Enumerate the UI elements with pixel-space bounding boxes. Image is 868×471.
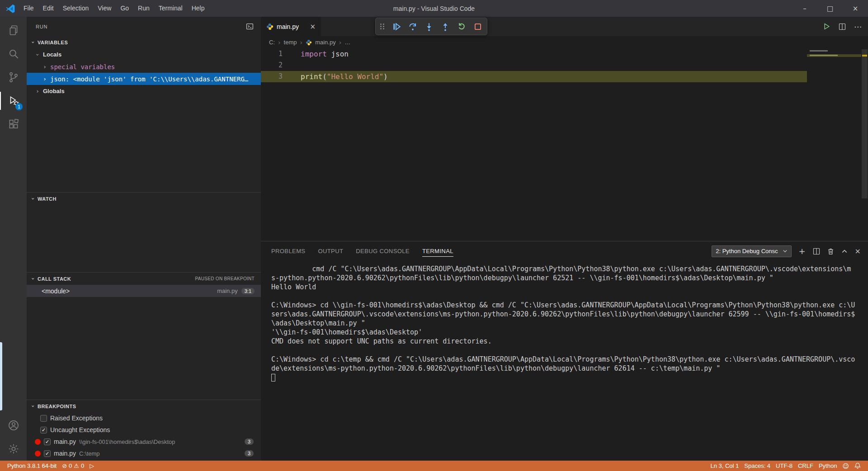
split-editor-icon[interactable] — [839, 23, 846, 30]
stack-frame-row[interactable]: <module> main.py 3:1 — [27, 285, 261, 297]
step-over-icon[interactable] — [408, 22, 417, 31]
breadcrumb-symbol[interactable]: … — [344, 39, 350, 46]
menu-help[interactable]: Help — [187, 0, 209, 17]
debug-badge: 1 — [15, 103, 23, 110]
debug-toolbar — [375, 18, 487, 35]
split-terminal-icon[interactable] — [813, 248, 820, 255]
tab-terminal[interactable]: TERMINAL — [422, 246, 453, 257]
tab-output[interactable]: OUTPUT — [318, 246, 343, 257]
run-sidebar: RUN › VARIABLES › Locals — [27, 17, 261, 461]
search-icon[interactable] — [0, 42, 27, 66]
run-debug-icon[interactable]: 1 — [0, 89, 27, 113]
run-file-icon[interactable] — [823, 23, 830, 30]
close-tab-icon[interactable]: × — [310, 23, 316, 31]
breadcrumb-drive[interactable]: C: — [269, 39, 275, 46]
variables-section: › VARIABLES › Locals › special variables… — [27, 36, 261, 192]
explorer-icon[interactable] — [0, 19, 27, 42]
checkbox-checked[interactable]: ✓ — [40, 427, 47, 433]
terminal-selector-dropdown[interactable]: 2: Python Debug Consc — [712, 245, 791, 257]
checkbox-checked[interactable]: ✓ — [44, 438, 51, 445]
terminal-line: de\extensions\ms-python.python-2020.6.90… — [271, 364, 863, 373]
breakpoint-uncaught-exceptions[interactable]: ✓ Uncaught Exceptions — [27, 424, 261, 436]
code-line-1: 1 import json — [261, 48, 807, 60]
scope-globals[interactable]: › Globals — [27, 85, 261, 97]
tab-debug-console[interactable]: DEBUG CONSOLE — [356, 246, 410, 257]
step-into-icon[interactable] — [425, 22, 434, 31]
breakpoints-header[interactable]: › BREAKPOINTS — [27, 400, 261, 412]
terminal-line: C:\Windows> cd \\gin-fs-001\homedirs$\ad… — [271, 301, 863, 310]
notifications-bell-icon[interactable] — [852, 462, 863, 469]
main-area: 1 — [0, 17, 868, 461]
accounts-icon[interactable] — [0, 414, 27, 437]
maximize-panel-icon[interactable] — [841, 248, 848, 254]
breadcrumb-folder[interactable]: temp — [284, 39, 297, 46]
editor-scrollbar[interactable] — [861, 48, 868, 241]
settings-gear-icon[interactable] — [0, 437, 27, 461]
variable-special[interactable]: › special variables — [27, 61, 261, 73]
breakpoint-path: \\gin-fs-001\homedirs$\adas\Desktop — [79, 438, 175, 445]
menu-view[interactable]: View — [93, 0, 116, 17]
menu-selection[interactable]: Selection — [58, 0, 94, 17]
code-editor[interactable]: 1 import json 2 3 print("Hello World") — [261, 48, 868, 241]
menu-edit[interactable]: Edit — [38, 0, 58, 17]
extensions-icon[interactable] — [0, 113, 27, 136]
terminal-cursor-line — [271, 373, 863, 384]
source-control-icon[interactable] — [0, 66, 27, 89]
call-stack-header[interactable]: › CALL STACK PAUSED ON BREAKPOINT — [27, 273, 261, 285]
python-interpreter-status[interactable]: Python 3.8.1 64-bit — [5, 462, 59, 469]
breadcrumb: C: › temp › main.py › … — [261, 36, 868, 48]
variables-header[interactable]: › VARIABLES — [27, 36, 261, 48]
drag-handle-icon[interactable] — [380, 24, 385, 29]
breakpoint-temp-main[interactable]: ✓ main.py C:\temp 3 — [27, 447, 261, 459]
encoding-status[interactable]: UTF-8 — [773, 462, 795, 469]
menu-go[interactable]: Go — [116, 0, 133, 17]
cursor-position-status[interactable]: Ln 3, Col 1 — [708, 462, 741, 469]
python-icon — [306, 39, 312, 46]
menu-file[interactable]: File — [19, 0, 38, 17]
stop-icon[interactable] — [473, 22, 482, 31]
indentation-status[interactable]: Spaces: 4 — [741, 462, 773, 469]
restart-icon[interactable] — [457, 22, 466, 31]
terminal-line — [271, 346, 863, 355]
step-out-icon[interactable] — [441, 22, 450, 31]
terminal-line: cmd /C "C:\Users\adas.GANTNERGROUP\AppDa… — [271, 264, 863, 273]
checkbox-checked[interactable]: ✓ — [44, 450, 51, 457]
menu-bar: File Edit Selection View Go Run Terminal… — [19, 0, 209, 17]
chevron-down-icon — [783, 249, 788, 254]
menu-run[interactable]: Run — [133, 0, 154, 17]
breakpoint-raised-exceptions[interactable]: Raised Exceptions — [27, 412, 261, 424]
feedback-smiley-icon[interactable]: ☺ — [840, 462, 852, 470]
menu-terminal[interactable]: Terminal — [154, 0, 187, 17]
line-number[interactable]: 1 — [261, 48, 292, 60]
breakpoint-desktop-main[interactable]: ✓ main.py \\gin-fs-001\homedirs$\adas\De… — [27, 436, 261, 447]
close-panel-icon[interactable]: × — [855, 247, 861, 255]
close-window-icon[interactable]: × — [843, 0, 868, 17]
tab-problems[interactable]: PROBLEMS — [271, 246, 305, 257]
language-mode-status[interactable]: Python — [816, 462, 840, 469]
terminal-line: \adas\Desktop\main.py " — [271, 319, 863, 328]
run-status-icon[interactable]: ▷ — [87, 462, 97, 469]
breakpoints-section: › BREAKPOINTS Raised Exceptions ✓ Uncaug… — [27, 400, 261, 461]
maximize-icon[interactable]: □ — [817, 0, 843, 17]
problems-status[interactable]: ⊘ 0 ⚠ 0 — [59, 462, 87, 469]
line-number[interactable]: 2 — [261, 60, 292, 71]
terminal-output[interactable]: cmd /C "C:\Users\adas.GANTNERGROUP\AppDa… — [261, 261, 868, 461]
more-actions-icon[interactable]: ⋯ — [854, 22, 862, 31]
kill-terminal-icon[interactable] — [827, 248, 834, 255]
checkbox-unchecked[interactable] — [40, 415, 47, 422]
debug-console-icon[interactable] — [246, 23, 254, 30]
panel-header: PROBLEMS OUTPUT DEBUG CONSOLE TERMINAL 2… — [261, 241, 868, 261]
breadcrumb-file[interactable]: main.py — [315, 39, 336, 46]
scope-locals[interactable]: › Locals — [27, 48, 261, 61]
minimap[interactable] — [807, 48, 861, 241]
watch-header[interactable]: › WATCH — [27, 193, 261, 205]
tab-main-py[interactable]: main.py × — [261, 17, 321, 36]
eol-status[interactable]: CRLF — [795, 462, 816, 469]
continue-icon[interactable] — [392, 22, 401, 31]
minimize-icon[interactable]: – — [792, 0, 817, 17]
breakpoint-line-badge: 3 — [245, 450, 254, 457]
terminal-cursor — [271, 374, 275, 382]
new-terminal-icon[interactable]: + — [799, 246, 806, 256]
variable-json[interactable]: › json: <module 'json' from 'C:\\Users\\… — [27, 73, 261, 85]
line-number[interactable]: 3 — [261, 71, 292, 82]
